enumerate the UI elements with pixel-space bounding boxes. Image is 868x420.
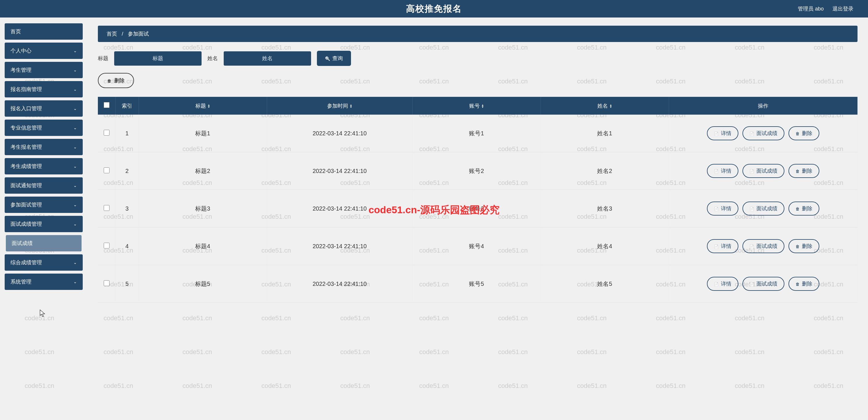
breadcrumb-home[interactable]: 首页 <box>106 30 117 37</box>
cell-index: 1 <box>115 115 138 152</box>
chevron-down-icon: ⌄ <box>73 145 77 149</box>
chevron-down-icon: ⌄ <box>73 279 77 284</box>
detail-button[interactable]: 详情 <box>707 126 738 140</box>
sidebar-item[interactable]: 面试通知管理⌄ <box>5 177 83 194</box>
col-title[interactable]: 标题▲▼ <box>138 97 267 115</box>
sidebar-item-label: 系统管理 <box>10 278 31 285</box>
current-user-label[interactable]: 管理员 abo <box>798 5 824 12</box>
sidebar-item[interactable]: 考生管理⌄ <box>5 62 83 78</box>
sidebar-item-label: 参加面试管理 <box>10 201 42 208</box>
score-button[interactable]: 面试成绩 <box>742 126 784 140</box>
cell-name: 姓名4 <box>540 227 669 265</box>
row-checkbox[interactable] <box>104 130 110 136</box>
col-name[interactable]: 姓名▲▼ <box>540 97 669 115</box>
cell-name: 姓名2 <box>540 152 669 190</box>
row-checkbox[interactable] <box>104 280 110 286</box>
col-index[interactable]: 索引 <box>115 97 138 115</box>
trash-icon <box>796 281 800 287</box>
bulk-delete-button[interactable]: 删除 <box>98 73 134 88</box>
row-checkbox[interactable] <box>104 167 110 173</box>
table-row: 2标题22022-03-14 22:41:10账号2姓名2详情面试成绩删除 <box>98 152 858 190</box>
sidebar-item[interactable]: 参加面试管理⌄ <box>5 197 83 213</box>
sidebar-item-label: 综合成绩管理 <box>10 259 42 266</box>
score-button[interactable]: 面试成绩 <box>742 277 784 291</box>
row-delete-button[interactable]: 删除 <box>788 239 819 253</box>
row-delete-button[interactable]: 删除 <box>788 164 819 178</box>
table-head: 索引 标题▲▼ 参加时间▲▼ 账号▲▼ 姓名▲▼ 操作 <box>98 97 858 115</box>
search-name-input[interactable] <box>224 51 311 66</box>
col-account[interactable]: 账号▲▼ <box>412 97 540 115</box>
doc-icon <box>749 130 754 137</box>
cell-title: 标题5 <box>138 265 267 303</box>
sidebar-subitem[interactable]: 面试成绩 <box>6 235 82 251</box>
ops-cell: 详情面试成绩删除 <box>673 126 854 140</box>
row-delete-button[interactable]: 删除 <box>788 277 819 291</box>
row-checkbox[interactable] <box>104 243 110 249</box>
search-name-label: 姓名 <box>207 55 218 62</box>
chevron-down-icon: ⌄ <box>73 260 77 265</box>
score-button[interactable]: 面试成绩 <box>742 164 784 178</box>
sidebar-item-label: 考生报名管理 <box>10 143 42 150</box>
doc-icon <box>714 243 719 249</box>
sidebar-item[interactable]: 考生成绩管理⌄ <box>5 158 83 174</box>
sidebar-item[interactable]: 个人中心⌄ <box>5 43 83 59</box>
table-row: 4标题42022-03-14 22:41:10账号4姓名4详情面试成绩删除 <box>98 227 858 265</box>
chevron-down-icon: ⌄ <box>73 87 77 91</box>
search-title-label: 标题 <box>98 55 108 62</box>
cell-time: 2022-03-14 22:41:10 <box>267 152 412 190</box>
sidebar-item[interactable]: 综合成绩管理⌄ <box>5 254 83 271</box>
sidebar-item[interactable]: 面试成绩管理⌄ <box>5 216 83 232</box>
doc-icon <box>714 168 719 174</box>
sidebar-item[interactable]: 系统管理⌄ <box>5 274 83 290</box>
trash-icon <box>107 78 111 84</box>
main-content: 首页 / 参加面试 标题 姓名 查询 删除 索引 标题▲▼ <box>87 18 868 420</box>
logout-link[interactable]: 退出登录 <box>833 5 854 12</box>
doc-icon <box>714 206 719 212</box>
score-button[interactable]: 面试成绩 <box>742 201 784 216</box>
sidebar-item-label: 个人中心 <box>10 47 31 54</box>
data-table: 索引 标题▲▼ 参加时间▲▼ 账号▲▼ 姓名▲▼ 操作 1标题12022-03-… <box>98 97 858 303</box>
row-delete-button[interactable]: 删除 <box>788 201 819 216</box>
detail-button[interactable]: 详情 <box>707 239 738 253</box>
detail-button[interactable]: 详情 <box>707 164 738 178</box>
app-header: 高校推免报名 管理员 abo 退出登录 <box>0 0 868 18</box>
sidebar-item[interactable]: 报名指南管理⌄ <box>5 81 83 97</box>
sort-icon: ▲▼ <box>610 104 612 108</box>
cell-account: 账号5 <box>412 265 540 303</box>
ops-cell: 详情面试成绩删除 <box>673 277 854 291</box>
detail-button[interactable]: 详情 <box>707 201 738 216</box>
table-body: 1标题12022-03-14 22:41:10账号1姓名1详情面试成绩删除2标题… <box>98 115 858 303</box>
cell-account: 账号3 <box>412 190 540 227</box>
cell-time: 2022-03-14 22:41:10 <box>267 265 412 303</box>
cell-time: 2022-03-14 22:41:10 <box>267 190 412 227</box>
search-title-input[interactable] <box>114 51 202 66</box>
cell-title: 标题4 <box>138 227 267 265</box>
chevron-down-icon: ⌄ <box>73 183 77 188</box>
search-button[interactable]: 查询 <box>317 51 351 66</box>
cell-title: 标题2 <box>138 152 267 190</box>
row-checkbox[interactable] <box>104 205 110 211</box>
sidebar-home[interactable]: 首页 <box>5 23 83 40</box>
search-button-label: 查询 <box>332 55 343 62</box>
doc-icon <box>749 281 754 287</box>
sidebar-item[interactable]: 报名入口管理⌄ <box>5 100 83 117</box>
row-delete-button[interactable]: 删除 <box>788 126 819 140</box>
sort-icon: ▲▼ <box>482 104 484 108</box>
detail-button[interactable]: 详情 <box>707 277 738 291</box>
col-time[interactable]: 参加时间▲▼ <box>267 97 412 115</box>
bulk-delete-label: 删除 <box>114 77 125 84</box>
doc-icon <box>714 130 719 137</box>
sidebar-item[interactable]: 专业信息管理⌄ <box>5 119 83 136</box>
search-icon <box>325 55 330 61</box>
chevron-down-icon: ⌄ <box>73 106 77 111</box>
doc-icon <box>749 243 754 249</box>
cell-name: 姓名1 <box>540 115 669 152</box>
doc-icon <box>749 168 754 174</box>
select-all-checkbox[interactable] <box>104 102 110 108</box>
cell-time: 2022-03-14 22:41:10 <box>267 115 412 152</box>
sidebar-item-label: 考生成绩管理 <box>10 163 42 170</box>
score-button[interactable]: 面试成绩 <box>742 239 784 253</box>
sidebar-item[interactable]: 考生报名管理⌄ <box>5 139 83 155</box>
cell-title: 标题1 <box>138 115 267 152</box>
cell-index: 4 <box>115 227 138 265</box>
